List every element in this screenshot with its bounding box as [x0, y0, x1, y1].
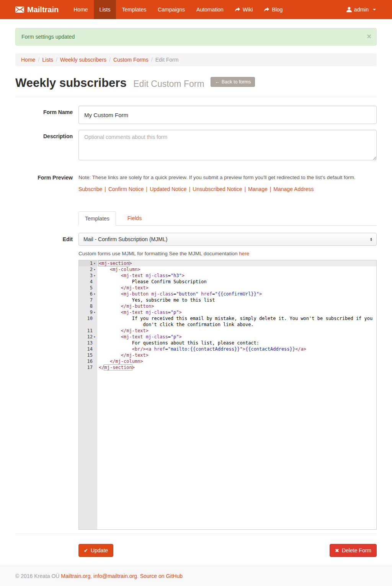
code-line: 6▾ <mj-button mj-class="button" href="{{…: [79, 291, 376, 297]
breadcrumb-link[interactable]: Home: [21, 57, 35, 63]
code-text: For questions about this list, please co…: [97, 340, 376, 346]
update-button-label: Update: [91, 547, 108, 553]
nav-item-label: Lists: [100, 7, 111, 13]
mjml-docs-link[interactable]: here: [239, 251, 249, 256]
code-line: 11 </mj-text>: [79, 328, 376, 334]
link-separator: |: [105, 186, 106, 192]
breadcrumb-current: Edit Form: [155, 57, 179, 63]
code-line: 3▾ <mj-text mj-class="h3">: [79, 273, 376, 279]
template-select[interactable]: Mail - Confirm Subscription (MJML) ▴▾: [78, 233, 377, 246]
fold-icon: ▾: [93, 266, 96, 273]
form-name-input[interactable]: [78, 106, 377, 124]
line-number: 15: [87, 352, 93, 358]
fold-icon: ▾: [93, 291, 96, 297]
breadcrumb-link[interactable]: Weekly subscribers: [60, 57, 106, 63]
code-line: 10 If you received this email by mistake…: [79, 315, 376, 322]
preview-link-unsubscribed-notice[interactable]: Unsubscribed Notice: [193, 186, 242, 192]
brand-logo[interactable]: Mailtrain: [15, 0, 59, 19]
code-text: <mj-column>: [97, 266, 376, 273]
form-preview-label: Form Preview: [15, 171, 73, 192]
page-subtitle: Edit Custom Form: [133, 79, 204, 89]
preview-link-confirm-notice[interactable]: Confirm Notice: [108, 186, 144, 192]
nav-item-label: Wiki: [243, 7, 253, 13]
user-menu[interactable]: admin: [346, 0, 377, 19]
gutter-cell: 14: [79, 346, 97, 352]
select-arrows-icon: ▴▾: [370, 237, 372, 241]
breadcrumb-separator: /: [56, 57, 57, 63]
line-number: 7: [90, 297, 93, 303]
tab-bar: Templates Fields: [78, 211, 377, 226]
gutter-cell: 1▾: [79, 260, 97, 266]
preview-note: Note: These links are solely for a quick…: [78, 171, 377, 180]
footer-text: © 2016 Kreata OÜ Mailtrain.org, info@mai…: [15, 573, 377, 579]
line-number: 14: [87, 346, 93, 352]
gutter-cell: 8: [79, 303, 97, 309]
preview-link-manage-address[interactable]: Manage Address: [273, 186, 314, 192]
line-number: 4: [90, 279, 93, 285]
nav-item-home[interactable]: Home: [68, 0, 93, 19]
code-text: <mj-section>: [97, 260, 376, 266]
code-line: 1▾<mj-section>: [79, 260, 376, 266]
code-text: <mj-text mj-class="p">: [97, 334, 376, 340]
footer-copyright: ,: [90, 573, 93, 579]
gutter-cell: 10: [79, 315, 97, 322]
delete-form-button[interactable]: ✖ Delete Form: [330, 544, 377, 557]
description-textarea[interactable]: [78, 130, 377, 160]
fold-icon: ▾: [93, 334, 96, 340]
nav-item-lists[interactable]: Lists: [94, 0, 116, 19]
gutter-cell: [79, 322, 97, 328]
main-nav: HomeListsTemplatesCampaignsAutomationWik…: [68, 0, 288, 19]
x-icon: ✖: [335, 548, 339, 553]
line-number: 3: [90, 273, 93, 279]
link-separator: |: [189, 186, 191, 192]
divider: [15, 534, 377, 534]
preview-link-subscribe[interactable]: Subscribe: [78, 186, 102, 192]
code-line: 13 For questions about this list, please…: [79, 340, 376, 346]
navbar: Mailtrain HomeListsTemplatesCampaignsAut…: [0, 0, 392, 19]
footer-copyright: © 2016 Kreata OÜ: [15, 573, 61, 579]
gutter-cell: 2▾: [79, 266, 97, 273]
preview-link-updated-notice[interactable]: Updated Notice: [150, 186, 187, 192]
update-button[interactable]: ✔ Update: [78, 544, 113, 557]
code-line: 7 Yes, subscribe me to this list: [79, 297, 376, 303]
arrow-left-icon: ←: [215, 79, 220, 85]
line-number: 11: [87, 328, 93, 334]
footer-link[interactable]: info@mailtrain.org: [93, 573, 137, 579]
code-text: <mj-text mj-class="h3">: [97, 273, 376, 279]
tab-fields[interactable]: Fields: [121, 211, 148, 225]
edit-label: Edit: [15, 233, 73, 530]
preview-link-manage[interactable]: Manage: [248, 186, 268, 192]
footer-link[interactable]: Mailtrain.org: [61, 573, 90, 579]
alert-close-button[interactable]: ×: [366, 32, 372, 41]
breadcrumb-link[interactable]: Custom Forms: [113, 57, 149, 63]
footer-link[interactable]: Source on GitHub: [140, 573, 183, 579]
code-text: </mj-text>: [97, 328, 376, 334]
footer-copyright: .: [137, 573, 140, 579]
code-text: Yes, subscribe me to this list: [97, 297, 376, 303]
nav-item-wiki[interactable]: Wiki: [229, 0, 258, 19]
link-separator: |: [270, 186, 271, 192]
code-text: don't click the confirmation link above.: [97, 322, 376, 328]
code-line: 12▾ <mj-text mj-class="p">: [79, 334, 376, 340]
breadcrumb-link[interactable]: Lists: [42, 57, 53, 63]
nav-item-label: Blog: [272, 7, 283, 13]
gutter-cell: 15: [79, 352, 97, 358]
mjml-code-editor[interactable]: 1▾<mj-section>2▾ <mj-column>3▾ <mj-text …: [78, 260, 377, 530]
user-icon: [346, 7, 352, 12]
fold-icon: ▾: [93, 273, 96, 279]
nav-item-campaigns[interactable]: Campaigns: [152, 0, 191, 19]
nav-item-blog[interactable]: Blog: [258, 0, 288, 19]
nav-item-automation[interactable]: Automation: [191, 0, 229, 19]
back-to-forms-button[interactable]: ← Back to forms: [211, 77, 255, 87]
nav-item-templates[interactable]: Templates: [116, 0, 152, 19]
description-label: Description: [15, 130, 73, 162]
tab-templates[interactable]: Templates: [78, 211, 116, 226]
line-number: 13: [87, 340, 93, 346]
line-number: 17: [87, 364, 93, 371]
line-number: 5: [90, 285, 93, 291]
code-line: 16 </mj-column>: [79, 358, 376, 364]
chevron-down-icon: [373, 9, 376, 10]
code-text: Please Confirm Subscription: [97, 279, 376, 285]
gutter-cell: 3▾: [79, 273, 97, 279]
user-name: admin: [354, 7, 369, 13]
